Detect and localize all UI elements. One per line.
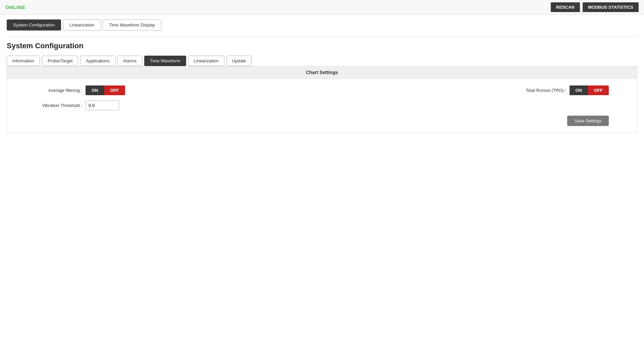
panel-body: Average filtering : ON OFF Total Runout … bbox=[7, 79, 637, 133]
average-filtering-on-button[interactable]: ON bbox=[86, 85, 104, 95]
divider bbox=[7, 37, 637, 37]
average-filtering-toggle: ON OFF bbox=[86, 85, 125, 95]
top-bar: ONLINE RESCAN MODBUS STATISTICS bbox=[0, 0, 644, 15]
vibration-threshold-label: Vibration Threshold : bbox=[15, 103, 82, 108]
tro-on-button[interactable]: ON bbox=[570, 85, 588, 95]
tab-linearization[interactable]: Linearization bbox=[63, 19, 101, 31]
tab-time-waveform-display[interactable]: Time Waveform Display bbox=[103, 19, 161, 31]
tab-system-configuration[interactable]: System Configuration bbox=[7, 19, 61, 31]
vibration-threshold-input[interactable] bbox=[86, 101, 119, 110]
save-settings-button[interactable]: Save Settings bbox=[567, 116, 609, 126]
subtab-probe-target[interactable]: Probe/Target bbox=[42, 56, 78, 66]
subtab-applications[interactable]: Applications bbox=[80, 56, 115, 66]
average-filtering-off-button[interactable]: OFF bbox=[104, 85, 125, 95]
status-indicator: ONLINE bbox=[5, 4, 25, 10]
average-filtering-row: Average filtering : ON OFF Total Runout … bbox=[15, 85, 629, 95]
panel-header: Chart Settings bbox=[7, 66, 637, 79]
main-content: System Configuration Linearization Time … bbox=[0, 15, 644, 138]
subtab-linearization[interactable]: Linearization bbox=[188, 56, 224, 66]
primary-tab-row: System Configuration Linearization Time … bbox=[7, 19, 637, 31]
average-filtering-left: Average filtering : ON OFF bbox=[15, 85, 125, 95]
tro-off-button[interactable]: OFF bbox=[588, 85, 609, 95]
vibration-threshold-row: Vibration Threshold : bbox=[15, 101, 629, 110]
average-filtering-label: Average filtering : bbox=[15, 88, 82, 93]
chart-settings-panel: Chart Settings Average filtering : ON OF… bbox=[7, 66, 637, 133]
subtab-alarms[interactable]: Alarms bbox=[117, 56, 142, 66]
settings-two-col: Average filtering : ON OFF Total Runout … bbox=[15, 85, 629, 95]
top-bar-actions: RESCAN MODBUS STATISTICS bbox=[551, 2, 639, 12]
tro-toggle: ON OFF bbox=[570, 85, 609, 95]
save-settings-row: Save Settings bbox=[15, 116, 629, 126]
page-title: System Configuration bbox=[7, 42, 637, 50]
rescan-button[interactable]: RESCAN bbox=[551, 2, 580, 12]
total-runout-label: Total Runout (TRO) : bbox=[499, 88, 566, 93]
subtab-information[interactable]: Information bbox=[7, 56, 40, 66]
modbus-statistics-button[interactable]: MODBUS STATISTICS bbox=[583, 2, 639, 12]
subtab-time-waveform[interactable]: Time Waveform bbox=[144, 56, 186, 66]
total-runout-right: Total Runout (TRO) : ON OFF bbox=[499, 85, 609, 95]
secondary-tab-row: Information Probe/Target Applications Al… bbox=[7, 56, 637, 66]
subtab-update[interactable]: Update bbox=[226, 56, 252, 66]
